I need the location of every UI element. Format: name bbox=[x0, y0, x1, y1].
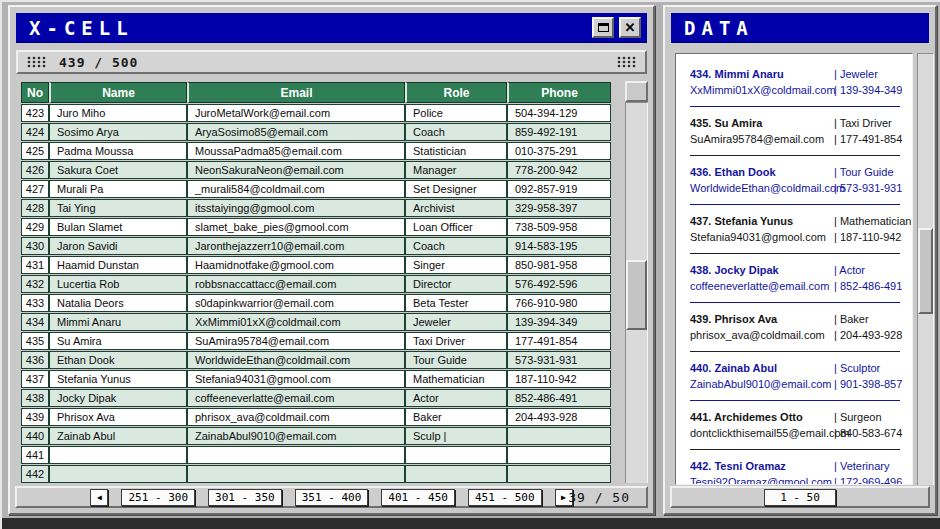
cell-name[interactable]: Juro Miho bbox=[49, 104, 187, 122]
cell-no[interactable]: 440 bbox=[21, 427, 49, 445]
cell-role[interactable]: Sculp | bbox=[405, 427, 507, 445]
scrollbar-thumb[interactable] bbox=[626, 260, 647, 330]
cell-name[interactable]: Natalia Deors bbox=[49, 294, 187, 312]
cell-name[interactable]: Phrisox Ava bbox=[49, 408, 187, 426]
cell-phone[interactable]: 914-583-195 bbox=[507, 237, 611, 255]
cell-no[interactable]: 429 bbox=[21, 218, 49, 236]
page-range-button[interactable]: 301 - 350 bbox=[208, 489, 282, 506]
entry-email[interactable]: Stefania94031@gmool.com bbox=[690, 231, 834, 243]
data-titlebar[interactable]: DATA bbox=[671, 13, 929, 43]
cell-phone[interactable]: 738-509-958 bbox=[507, 218, 611, 236]
cell-no[interactable]: 442 bbox=[21, 465, 49, 483]
entry-email[interactable]: ZainabAbul9010@email.com bbox=[690, 378, 834, 390]
entry-email[interactable]: XxMimmi01xX@coldmail.com bbox=[690, 84, 834, 96]
cell-email[interactable]: coffeeneverlatte@email.com bbox=[187, 389, 405, 407]
cell-name[interactable]: Ethan Dook bbox=[49, 351, 187, 369]
maximize-button[interactable] bbox=[592, 17, 614, 38]
cell-no[interactable]: 434 bbox=[21, 313, 49, 331]
cell-email[interactable]: slamet_bake_pies@gmool.com bbox=[187, 218, 405, 236]
table-scrollbar[interactable] bbox=[625, 81, 648, 483]
cell-role[interactable]: Baker bbox=[405, 408, 507, 426]
cell-name[interactable]: Sakura Coet bbox=[49, 161, 187, 179]
grip-icon[interactable] bbox=[617, 56, 636, 68]
entry-email[interactable]: dontclickthisemail55@email.com bbox=[690, 427, 834, 439]
cell-role[interactable]: Director bbox=[405, 275, 507, 293]
data-scrollbar[interactable] bbox=[917, 53, 934, 485]
xcell-titlebar[interactable]: X-CELL ✕ bbox=[16, 13, 647, 43]
cell-name[interactable]: Tai Ying bbox=[49, 199, 187, 217]
entry-email[interactable]: phrisox_ava@coldmail.com bbox=[690, 329, 834, 341]
cell-phone[interactable]: 859-492-191 bbox=[507, 123, 611, 141]
cell-name[interactable]: Sosimo Arya bbox=[49, 123, 187, 141]
cell-no[interactable]: 439 bbox=[21, 408, 49, 426]
cell-phone[interactable]: 010-375-291 bbox=[507, 142, 611, 160]
cell-email[interactable]: robbsnaccattacc@email.com bbox=[187, 275, 405, 293]
cell-no[interactable]: 426 bbox=[21, 161, 49, 179]
page-range-button[interactable]: 351 - 400 bbox=[295, 489, 369, 506]
cell-no[interactable]: 428 bbox=[21, 199, 49, 217]
cell-phone[interactable]: 852-486-491 bbox=[507, 389, 611, 407]
cell-name[interactable]: Haamid Dunstan bbox=[49, 256, 187, 274]
cell-no[interactable]: 427 bbox=[21, 180, 49, 198]
cell-role[interactable]: Taxi Driver bbox=[405, 332, 507, 350]
cell-name[interactable]: Padma Moussa bbox=[49, 142, 187, 160]
cell-email[interactable]: Haamidnotfake@gmool.com bbox=[187, 256, 405, 274]
cell-role[interactable]: Police bbox=[405, 104, 507, 122]
page-range-button[interactable]: 401 - 450 bbox=[381, 489, 455, 506]
cell-role[interactable]: Singer bbox=[405, 256, 507, 274]
cell-name[interactable]: Lucertia Rob bbox=[49, 275, 187, 293]
cell-no[interactable]: 441 bbox=[21, 446, 49, 464]
cell-role[interactable]: Statistician bbox=[405, 142, 507, 160]
cell-email[interactable]: s0dapinkwarrior@email.com bbox=[187, 294, 405, 312]
cell-email[interactable] bbox=[187, 465, 405, 483]
cell-email[interactable]: JuroMetalWork@email.com bbox=[187, 104, 405, 122]
cell-phone[interactable]: 329-958-397 bbox=[507, 199, 611, 217]
cell-email[interactable]: AryaSosimo85@email.com bbox=[187, 123, 405, 141]
cell-name[interactable]: Su Amira bbox=[49, 332, 187, 350]
cell-role[interactable]: Manager bbox=[405, 161, 507, 179]
cell-role[interactable]: Set Designer bbox=[405, 180, 507, 198]
cell-role[interactable]: Beta Tester bbox=[405, 294, 507, 312]
cell-email[interactable]: XxMimmi01xX@coldmail.com bbox=[187, 313, 405, 331]
cell-name[interactable]: Bulan Slamet bbox=[49, 218, 187, 236]
data-scrollbar-thumb[interactable] bbox=[918, 228, 933, 314]
prev-page-button[interactable]: ◀ bbox=[90, 489, 108, 506]
cell-role[interactable]: Jeweler bbox=[405, 313, 507, 331]
cell-phone[interactable] bbox=[507, 465, 611, 483]
cell-phone[interactable]: 092-857-919 bbox=[507, 180, 611, 198]
cell-role[interactable]: Tour Guide bbox=[405, 351, 507, 369]
cell-phone[interactable]: 766-910-980 bbox=[507, 294, 611, 312]
cell-name[interactable]: Jaron Savidi bbox=[49, 237, 187, 255]
cell-role[interactable]: Coach bbox=[405, 237, 507, 255]
data-range-button[interactable]: 1 - 50 bbox=[764, 489, 836, 506]
cell-phone[interactable]: 204-493-928 bbox=[507, 408, 611, 426]
cell-no[interactable]: 424 bbox=[21, 123, 49, 141]
cell-phone[interactable]: 504-394-129 bbox=[507, 104, 611, 122]
page-range-button[interactable]: 251 - 300 bbox=[121, 489, 195, 506]
cell-phone[interactable]: 187-110-942 bbox=[507, 370, 611, 388]
cell-role[interactable] bbox=[405, 446, 507, 464]
cell-email[interactable] bbox=[187, 446, 405, 464]
cell-no[interactable]: 423 bbox=[21, 104, 49, 122]
cell-phone[interactable]: 573-931-931 bbox=[507, 351, 611, 369]
cell-no[interactable]: 438 bbox=[21, 389, 49, 407]
cell-email[interactable]: SuAmira95784@email.com bbox=[187, 332, 405, 350]
cell-phone[interactable]: 778-200-942 bbox=[507, 161, 611, 179]
scrollbar-track[interactable] bbox=[625, 102, 648, 483]
cell-email[interactable]: ZainabAbul9010@email.com bbox=[187, 427, 405, 445]
cell-phone[interactable] bbox=[507, 427, 611, 445]
cell-email[interactable]: _murali584@coldmail.com bbox=[187, 180, 405, 198]
cell-no[interactable]: 425 bbox=[21, 142, 49, 160]
page-range-button[interactable]: 451 - 500 bbox=[468, 489, 542, 506]
cell-no[interactable]: 433 bbox=[21, 294, 49, 312]
cell-email[interactable]: WorldwideEthan@coldmail.com bbox=[187, 351, 405, 369]
cell-email[interactable]: MoussaPadma85@email.com bbox=[187, 142, 405, 160]
cell-name[interactable]: Jocky Dipak bbox=[49, 389, 187, 407]
cell-phone[interactable]: 139-394-349 bbox=[507, 313, 611, 331]
cell-no[interactable]: 436 bbox=[21, 351, 49, 369]
cell-role[interactable]: Coach bbox=[405, 123, 507, 141]
cell-role[interactable]: Loan Officer bbox=[405, 218, 507, 236]
cell-role[interactable]: Actor bbox=[405, 389, 507, 407]
entry-email[interactable]: WorldwideEthan@coldmail.com bbox=[690, 182, 834, 194]
cell-name[interactable]: Zainab Abul bbox=[49, 427, 187, 445]
